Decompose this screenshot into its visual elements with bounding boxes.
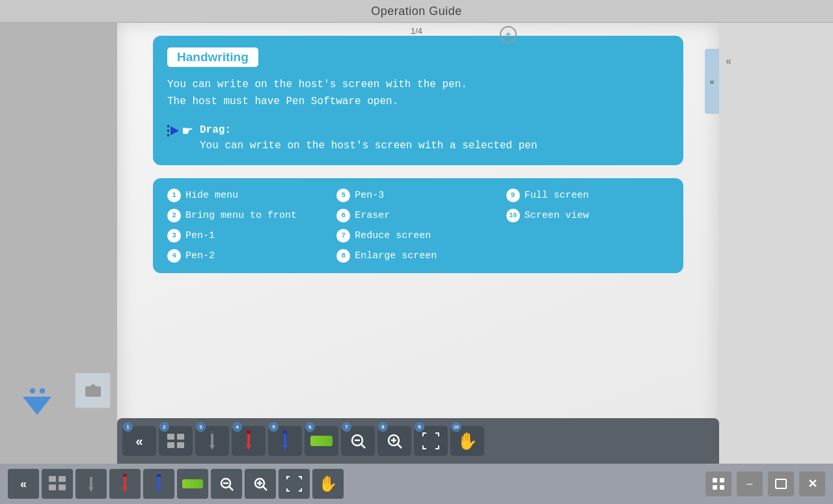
handwriting-desc-line1: You can write on the host's screen with … xyxy=(167,76,669,93)
svg-rect-7 xyxy=(247,432,250,446)
content-panel: ✏️ 🖼️ ✏️ Handwriting You can write on th… xyxy=(117,23,719,464)
drag-section: ☛ Drag: You can write on the host's scre… xyxy=(167,122,669,153)
toolbar-item-8[interactable]: 8 xyxy=(377,426,411,456)
down-arrow-decoration xyxy=(23,388,51,415)
svg-rect-3 xyxy=(177,442,184,448)
num-badge-9: 9 xyxy=(506,189,520,202)
svg-rect-6 xyxy=(210,431,214,434)
inner-toolbar: 1 « 2 3 xyxy=(117,418,719,464)
handwriting-desc-line2: The host must have Pen Software open. xyxy=(167,93,669,110)
toolbar-item-1[interactable]: 1 « xyxy=(122,426,156,456)
toolbar-item-7[interactable]: 7 xyxy=(341,426,375,456)
num-badge-4: 4 xyxy=(167,249,181,263)
toolbar-item-3[interactable]: 3 xyxy=(195,426,229,456)
right-nav-panel-1[interactable]: « xyxy=(705,49,719,114)
bottom-pen1-button[interactable] xyxy=(75,469,107,499)
page-number: 1/4 xyxy=(411,26,422,36)
num-badge-7: 7 xyxy=(336,229,350,243)
bottom-bar: « xyxy=(0,464,833,504)
svg-rect-10 xyxy=(284,432,286,446)
menu-item-10: 10 Screen view xyxy=(506,209,669,222)
svg-rect-45 xyxy=(720,485,724,490)
svg-rect-46 xyxy=(776,479,786,488)
svg-rect-1 xyxy=(177,434,184,440)
bottom-close-icon[interactable]: ✕ xyxy=(799,471,825,496)
hand-cursor-icon: ☛ xyxy=(182,123,193,139)
num-8: 8 xyxy=(378,422,388,432)
menu-item-2: 2 Bring menu to front xyxy=(167,209,330,222)
svg-rect-28 xyxy=(89,474,93,477)
svg-line-41 xyxy=(263,486,267,490)
num-6: 6 xyxy=(305,422,315,432)
handwriting-card: Handwriting You can write on the host's … xyxy=(153,36,683,165)
right-nav-arrow-2: « xyxy=(726,55,731,67)
svg-rect-0 xyxy=(167,434,174,440)
svg-rect-4 xyxy=(211,432,213,446)
toolbar-item-9[interactable]: 9 xyxy=(414,426,448,456)
menu-item-9: 9 Full screen xyxy=(506,189,669,202)
toolbar-item-5[interactable]: 5 xyxy=(268,426,302,456)
bottom-minimize-icon[interactable]: – xyxy=(737,471,763,496)
main-canvas: ✏️ 🖼️ ✏️ Handwriting You can write on th… xyxy=(0,23,833,464)
toolbar-item-2[interactable]: 2 xyxy=(159,426,193,456)
num-badge-6: 6 xyxy=(336,209,350,222)
svg-rect-43 xyxy=(720,478,724,483)
num-3: 3 xyxy=(196,422,206,432)
num-2: 2 xyxy=(159,422,169,432)
menu-guide-card: 1 Hide menu 5 Pen-3 9 Full screen 2 Brin… xyxy=(153,178,683,273)
toolbar-item-6[interactable]: 6 xyxy=(305,426,338,456)
bottom-pen2-button[interactable] xyxy=(109,469,141,499)
num-badge-2: 2 xyxy=(167,209,181,222)
svg-marker-11 xyxy=(282,445,288,450)
content-area: Handwriting You can write on the host's … xyxy=(153,36,683,273)
num-7: 7 xyxy=(342,422,351,432)
bottom-zoom-out-button[interactable] xyxy=(211,469,242,499)
bottom-zoom-in-button[interactable] xyxy=(245,469,276,499)
drag-desc: You can write on the host's screen with … xyxy=(200,138,537,153)
handwriting-description: You can write on the host's screen with … xyxy=(167,76,669,111)
toolbar-item-10[interactable]: 10 ✋ xyxy=(450,426,484,456)
right-nav-panel-2[interactable]: « xyxy=(719,23,833,464)
menu-item-5: 5 Pen-3 xyxy=(336,189,499,202)
svg-rect-24 xyxy=(49,484,56,490)
bottom-settings-icon[interactable] xyxy=(705,471,731,496)
svg-marker-8 xyxy=(246,445,251,450)
menu-item-empty xyxy=(506,229,669,243)
bottom-menu-button[interactable] xyxy=(42,469,73,499)
num-badge-10: 10 xyxy=(506,209,520,222)
svg-rect-44 xyxy=(713,485,717,490)
bottom-window-icon[interactable] xyxy=(768,471,794,496)
bottom-back-button[interactable]: « xyxy=(8,469,39,499)
bottom-hand-button[interactable]: ✋ xyxy=(312,469,344,499)
left-side-panel xyxy=(0,23,117,464)
right-nav-arrow-1: « xyxy=(709,77,714,86)
drag-icon: ☛ xyxy=(167,123,193,139)
menu-item-3: 3 Pen-1 xyxy=(167,229,330,243)
menu-item-1: 1 Hide menu xyxy=(167,189,330,202)
bottom-fullscreen-button[interactable] xyxy=(279,469,310,499)
left-thumbnail xyxy=(75,373,111,408)
num-badge-1: 1 xyxy=(167,189,181,202)
svg-rect-31 xyxy=(123,474,127,477)
svg-rect-25 xyxy=(59,484,66,490)
svg-marker-33 xyxy=(156,487,161,492)
num-10: 10 xyxy=(451,422,461,432)
svg-line-19 xyxy=(398,444,402,448)
bottom-eraser-button[interactable] xyxy=(177,469,208,499)
num-badge-3: 3 xyxy=(167,229,181,243)
num-badge-8: 8 xyxy=(336,249,350,263)
bottom-pen3-button[interactable] xyxy=(143,469,174,499)
svg-rect-22 xyxy=(49,476,56,482)
title-bar: Operation Guide xyxy=(0,0,833,23)
handwriting-title-badge: Handwriting xyxy=(167,47,258,67)
app-title: Operation Guide xyxy=(371,5,462,18)
num-1: 1 xyxy=(123,422,133,432)
svg-marker-27 xyxy=(89,487,94,492)
add-page-button[interactable]: + xyxy=(500,26,517,43)
toolbar-item-4[interactable]: 4 xyxy=(232,426,266,456)
menu-item-4: 4 Pen-2 xyxy=(167,249,330,263)
svg-rect-42 xyxy=(713,478,717,483)
num-5: 5 xyxy=(269,422,279,432)
num-9: 9 xyxy=(415,422,424,432)
num-badge-5: 5 xyxy=(336,189,350,202)
